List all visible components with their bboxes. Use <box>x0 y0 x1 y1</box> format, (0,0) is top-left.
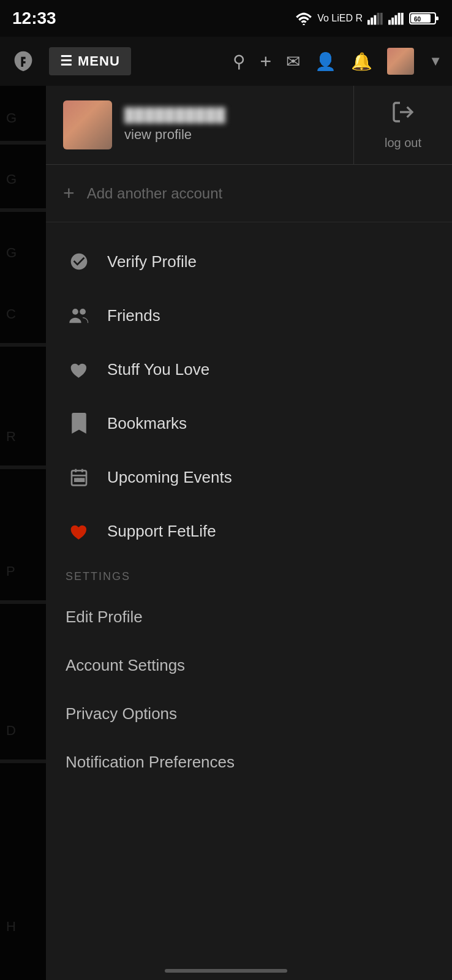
verify-profile-icon <box>66 248 92 275</box>
add-icon[interactable]: + <box>260 50 272 73</box>
logout-section[interactable]: log out <box>354 86 452 164</box>
menu-item-friends[interactable]: Friends <box>46 288 452 342</box>
svg-rect-12 <box>435 17 439 20</box>
svg-rect-6 <box>388 20 391 25</box>
settings-item-edit-profile[interactable]: Edit Profile <box>46 593 452 641</box>
person-icon[interactable]: 👤 <box>315 51 336 72</box>
search-icon[interactable]: ⚲ <box>233 51 246 72</box>
friends-icon <box>66 302 92 329</box>
svg-point-0 <box>303 24 305 25</box>
fetlife-logo <box>10 48 37 75</box>
user-avatar-nav[interactable] <box>387 48 414 75</box>
menu-item-upcoming-events[interactable]: Upcoming Events <box>46 450 452 504</box>
add-account-label: Add another account <box>87 185 223 202</box>
svg-text:60: 60 <box>414 16 421 23</box>
stuff-you-love-label: Stuff You Love <box>107 360 209 379</box>
upcoming-events-icon <box>66 464 92 491</box>
svg-rect-22 <box>75 479 77 481</box>
menu-item-stuff-you-love[interactable]: Stuff You Love <box>46 342 452 396</box>
support-fetlife-label: Support FetLife <box>107 522 216 541</box>
svg-rect-18 <box>72 470 86 485</box>
status-icons: Vo LiED R 60 <box>295 11 440 26</box>
svg-rect-4 <box>377 13 380 25</box>
svg-rect-9 <box>398 13 401 25</box>
stuff-you-love-icon <box>66 356 92 383</box>
mail-icon[interactable]: ✉ <box>286 51 300 72</box>
svg-rect-7 <box>391 18 394 25</box>
menu-button[interactable]: ☰ MENU <box>49 47 131 75</box>
support-fetlife-icon <box>66 518 92 545</box>
settings-section: SETTINGS <box>46 558 452 588</box>
verify-profile-label: Verify Profile <box>107 252 197 271</box>
avatar-dropdown-arrow: ▼ <box>429 53 442 69</box>
svg-rect-23 <box>78 479 81 481</box>
bookmarks-label: Bookmarks <box>107 414 187 433</box>
settings-item-privacy-options[interactable]: Privacy Options <box>46 690 452 738</box>
signal-text: Vo LiED R <box>317 13 363 24</box>
add-account-button[interactable]: + Add another account <box>46 165 452 222</box>
svg-rect-3 <box>374 15 376 25</box>
wifi-icon <box>295 12 312 25</box>
signal-bars-icon <box>367 12 383 25</box>
menu-item-verify-profile[interactable]: Verify Profile <box>46 235 452 288</box>
profile-username: ██████████ <box>124 107 226 123</box>
menu-label: MENU <box>78 53 120 69</box>
svg-rect-8 <box>394 15 397 25</box>
svg-point-16 <box>72 309 78 315</box>
profile-section: ██████████ view profile log out <box>46 86 452 165</box>
signal-bars2-icon <box>388 12 404 25</box>
svg-rect-24 <box>81 479 84 481</box>
status-time: 12:33 <box>12 9 56 28</box>
settings-item-account-settings[interactable]: Account Settings <box>46 641 452 690</box>
svg-rect-5 <box>380 13 383 25</box>
home-indicator <box>165 969 287 973</box>
profile-info: ██████████ view profile <box>124 107 226 143</box>
battery-icon: 60 <box>409 11 440 26</box>
menu-item-support-fetlife[interactable]: Support FetLife <box>46 504 452 558</box>
profile-avatar <box>63 100 112 149</box>
settings-items-list: Edit Profile Account Settings Privacy Op… <box>46 588 452 791</box>
nav-icons: ⚲ + ✉ 👤 🔔 ▼ <box>233 48 442 75</box>
bell-icon[interactable]: 🔔 <box>351 51 372 72</box>
menu-items-list: Verify Profile Friends Stuff You Love <box>46 222 452 980</box>
hamburger-icon: ☰ <box>60 53 73 69</box>
settings-heading: SETTINGS <box>66 570 130 582</box>
bookmarks-icon <box>66 410 92 437</box>
logout-label: log out <box>385 136 421 150</box>
svg-rect-1 <box>367 20 370 25</box>
profile-left[interactable]: ██████████ view profile <box>46 86 354 164</box>
svg-point-17 <box>80 309 86 315</box>
logout-icon <box>391 100 415 130</box>
nav-bar: ☰ MENU ⚲ + ✉ 👤 🔔 ▼ <box>0 37 452 86</box>
add-account-icon: + <box>63 182 75 205</box>
dropdown-menu: ██████████ view profile log out + Add an… <box>46 86 452 980</box>
upcoming-events-label: Upcoming Events <box>107 468 232 487</box>
view-profile-link[interactable]: view profile <box>124 127 226 143</box>
menu-item-bookmarks[interactable]: Bookmarks <box>46 396 452 450</box>
status-bar: 12:33 Vo LiED R 60 <box>0 0 452 37</box>
svg-rect-2 <box>371 18 373 25</box>
svg-rect-10 <box>401 13 404 25</box>
settings-item-notification-preferences[interactable]: Notification Preferences <box>46 738 452 786</box>
friends-label: Friends <box>107 306 160 325</box>
